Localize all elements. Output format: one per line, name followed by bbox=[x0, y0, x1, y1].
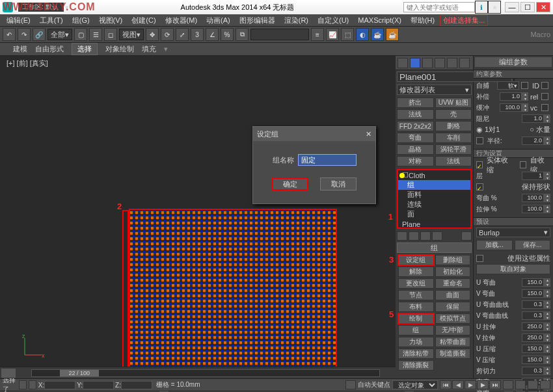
btn-cleartear[interactable]: 清除撕裂 bbox=[398, 360, 434, 371]
param-spinner[interactable]: 150.0▴▾ bbox=[522, 345, 550, 353]
stack-face[interactable]: 面 bbox=[398, 209, 470, 219]
chk-keepshape[interactable] bbox=[476, 183, 483, 190]
sp-rad[interactable]: 2.0▴▾ bbox=[522, 137, 550, 145]
btn-fetch[interactable]: 取自对象 bbox=[476, 264, 550, 274]
btn-setgroup[interactable]: 设定组 bbox=[398, 255, 434, 265]
snap-icon[interactable]: 3 bbox=[191, 28, 204, 41]
modifier-stack[interactable]: ☐ Cloth 组 面料 连续 面 Plane bbox=[397, 169, 472, 229]
preset-dropdown[interactable]: Burlap▾ bbox=[476, 228, 550, 237]
mod-shell[interactable]: 壳 bbox=[435, 109, 472, 120]
btn-surface[interactable]: 曲面 bbox=[435, 290, 471, 300]
ribbon-modeling[interactable]: 建模 bbox=[13, 44, 27, 54]
btn-sticksurf[interactable]: 粘带曲面 bbox=[435, 337, 471, 347]
sec-preset[interactable]: 预设 bbox=[474, 217, 553, 226]
menu-edit[interactable]: 编辑(E) bbox=[3, 16, 34, 25]
tab-display-icon[interactable] bbox=[447, 58, 457, 68]
menu-tools[interactable]: 工具(T) bbox=[36, 16, 67, 25]
dialog-ok-button[interactable]: 确定 bbox=[272, 177, 308, 190]
next-frame-icon[interactable]: ▶ bbox=[477, 380, 489, 389]
dialog-cancel-button[interactable]: 取消 bbox=[320, 177, 357, 190]
param-spinner[interactable]: 150.0▴▾ bbox=[522, 278, 550, 287]
btn-load[interactable]: 加载... bbox=[476, 240, 513, 250]
btn-node[interactable]: 节点 bbox=[398, 290, 434, 300]
btn-draw[interactable]: 绘制 bbox=[398, 313, 434, 324]
param-spinner[interactable]: 150.0▴▾ bbox=[522, 289, 550, 298]
transform-typein[interactable]: X: Y: Z: bbox=[38, 381, 152, 389]
tab-motion-icon[interactable] bbox=[435, 58, 445, 68]
btn-clearstick[interactable]: 清除粘带 bbox=[398, 348, 434, 359]
menu-help[interactable]: 帮助(H) bbox=[407, 16, 438, 25]
prev-frame-icon[interactable]: ◀ bbox=[452, 380, 464, 389]
sp-buf[interactable]: 100.0▴▾ bbox=[500, 103, 528, 112]
rotate-icon[interactable]: ⟳ bbox=[161, 28, 174, 41]
btn-init[interactable]: 初始化 bbox=[435, 267, 471, 277]
coord-x[interactable] bbox=[44, 381, 75, 389]
edit-params-header[interactable]: 编组参数 bbox=[475, 57, 552, 67]
stack-group[interactable]: 组 bbox=[398, 180, 470, 190]
curve-editor-icon[interactable]: 📈 bbox=[326, 28, 339, 41]
mod-normal2[interactable]: 法线 bbox=[435, 156, 472, 166]
maximize-viewport-icon[interactable] bbox=[540, 380, 550, 389]
menu-animation[interactable]: 动画(A) bbox=[202, 16, 234, 25]
param-spinner[interactable]: 250.0▴▾ bbox=[522, 333, 550, 342]
stack-plane[interactable]: Plane bbox=[398, 219, 470, 229]
btn-release[interactable]: 解除 bbox=[398, 267, 434, 277]
auto-spinner[interactable]: 软▾ bbox=[497, 81, 519, 90]
mod-lathe[interactable]: 车削 bbox=[435, 133, 472, 143]
btn-none[interactable]: 无/中部 bbox=[435, 325, 471, 335]
ribbon-freeform[interactable]: 自由形式 bbox=[35, 44, 64, 54]
param-spinner[interactable]: 250.0▴▾ bbox=[522, 322, 550, 331]
btn-rename[interactable]: 重命名 bbox=[435, 278, 471, 289]
render-setup-icon[interactable]: ☕ bbox=[371, 28, 384, 41]
sp-bendpct[interactable]: 100.0▴▾ bbox=[522, 194, 550, 202]
stack-cont[interactable]: 连续 bbox=[398, 200, 470, 209]
schematic-icon[interactable]: ⬚ bbox=[341, 28, 354, 41]
show-end-icon[interactable] bbox=[409, 231, 419, 241]
param-spinner[interactable]: 0.3▴▾ bbox=[522, 311, 550, 320]
tab-utilities-icon[interactable] bbox=[459, 58, 470, 68]
ribbon-selection[interactable]: 选择 bbox=[72, 43, 98, 55]
zoom-icon[interactable] bbox=[515, 380, 526, 389]
viewport-label[interactable]: [+] [前] [真实] bbox=[7, 59, 48, 68]
key-target-dropdown[interactable]: 选定对象 bbox=[392, 380, 438, 389]
mod-bend[interactable]: 弯曲 bbox=[397, 133, 434, 143]
dialog-close-icon[interactable]: ✕ bbox=[366, 130, 371, 138]
ribbon-fill[interactable]: 填充 bbox=[142, 44, 156, 54]
menu-render[interactable]: 渲染(R) bbox=[280, 16, 312, 25]
star-icon[interactable]: ★ bbox=[488, 1, 501, 14]
menu-create[interactable]: 创建(C) bbox=[128, 16, 159, 25]
material-editor-icon[interactable]: ◐ bbox=[356, 28, 369, 41]
chk-enable[interactable] bbox=[521, 82, 528, 89]
timeline-start-icon[interactable] bbox=[1, 369, 16, 378]
menu-custom[interactable]: 自定义(U) bbox=[314, 16, 353, 25]
plane-geometry[interactable] bbox=[129, 209, 337, 371]
btn-group2[interactable]: 组 bbox=[398, 325, 434, 335]
pin-stack-icon[interactable] bbox=[397, 231, 407, 241]
btn-delgroup[interactable]: 删除组 bbox=[435, 255, 471, 265]
mod-ffd[interactable]: FFD 2x2x2 bbox=[397, 121, 434, 131]
group-name-input[interactable] bbox=[298, 154, 357, 166]
select-icon[interactable]: ▢ bbox=[74, 28, 87, 41]
param-spinner[interactable]: 150.0▴▾ bbox=[522, 356, 550, 364]
mod-uvw[interactable]: UVW 贴图 bbox=[435, 98, 472, 108]
chk-use[interactable] bbox=[476, 255, 483, 262]
percentsnap-icon[interactable]: % bbox=[221, 28, 234, 41]
chk-rel[interactable] bbox=[541, 93, 548, 100]
play-icon[interactable]: ▶ bbox=[465, 380, 476, 389]
named-selection-input[interactable] bbox=[250, 29, 309, 40]
chk-rad[interactable] bbox=[476, 137, 483, 144]
remove-mod-icon[interactable] bbox=[432, 231, 442, 241]
scale-icon[interactable]: ⤢ bbox=[176, 28, 189, 41]
configure-icon[interactable] bbox=[461, 231, 472, 241]
sec-constraint[interactable]: 约束参数 bbox=[474, 70, 553, 79]
time-slider-track[interactable]: 22 / 100 bbox=[31, 369, 380, 377]
menu-maxscript[interactable]: MAXScript(X) bbox=[354, 16, 405, 24]
minimize-button[interactable]: — bbox=[505, 2, 519, 12]
help-search-input[interactable] bbox=[403, 2, 475, 12]
sp-pullpct[interactable]: 100.0▴▾ bbox=[522, 205, 550, 213]
rectangle-select-icon[interactable]: ◻ bbox=[104, 28, 117, 41]
redo-icon[interactable]: ↷ bbox=[18, 28, 31, 41]
mod-turbosmooth[interactable]: 涡轮平滑 bbox=[435, 144, 472, 155]
chk-self[interactable] bbox=[520, 161, 526, 168]
btn-force[interactable]: 力场 bbox=[398, 337, 434, 347]
